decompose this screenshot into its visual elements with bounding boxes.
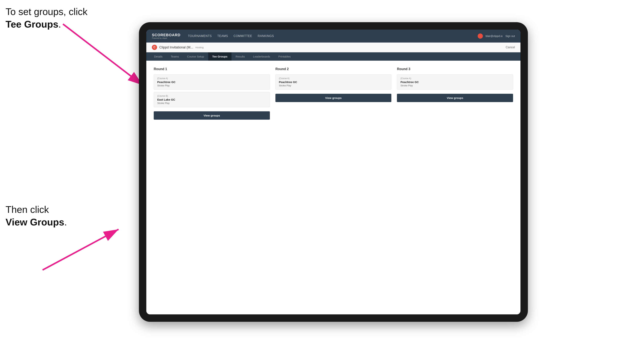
tab-course-setup[interactable]: Course Setup	[183, 52, 208, 61]
instruction-top-bold: Tee Groups	[6, 19, 58, 30]
round-1-column: Round 1 (Course A) Peachtree GC Stroke P…	[154, 67, 270, 120]
rounds-container: Round 1 (Course A) Peachtree GC Stroke P…	[154, 67, 513, 120]
round-3-course-a-label: (Course A)	[400, 77, 510, 80]
round-1-course-a-label: (Course A)	[157, 77, 266, 80]
svg-line-3	[42, 229, 118, 270]
user-email: blair@clippd.io	[486, 35, 503, 37]
logo-sub: Powered by clippd	[152, 37, 180, 39]
round-2-course-a-name: Peachtree GC	[279, 80, 388, 84]
round-1-course-b-format: Stroke Play	[157, 102, 266, 105]
round-1-course-b-card: (Course B) East Lake GC Stroke Play	[154, 92, 270, 107]
round-1-course-b-label: (Course B)	[157, 95, 266, 97]
nav-links: TOURNAMENTS TEAMS COMMITTEE RANKINGS	[188, 34, 478, 38]
instruction-bottom-bold: View Groups	[6, 217, 64, 227]
tournament-title: C Clippd Invitational (M... Hosting	[152, 45, 204, 50]
tab-details[interactable]: Details	[150, 52, 167, 61]
logo-area: SCOREBOARD Powered by clippd	[152, 33, 180, 39]
nav-teams[interactable]: TEAMS	[217, 34, 228, 38]
nav-bar: SCOREBOARD Powered by clippd TOURNAMENTS…	[146, 30, 520, 42]
round-3-view-groups-button[interactable]: View groups	[397, 94, 513, 102]
round-2-course-a-format: Stroke Play	[279, 84, 388, 87]
round-3-course-a-card: (Course A) Peachtree GC Stroke Play	[397, 74, 513, 90]
round-3-column: Round 3 (Course A) Peachtree GC Stroke P…	[397, 67, 513, 120]
round-2-course-a-label: (Course A)	[279, 77, 388, 80]
logo-scoreboard: SCOREBOARD	[152, 33, 180, 37]
tab-bar: Details Teams Course Setup Tee Groups Re…	[146, 52, 520, 61]
svg-line-1	[63, 24, 142, 85]
main-content: Round 1 (Course A) Peachtree GC Stroke P…	[146, 61, 520, 314]
clippd-logo: C	[152, 45, 157, 50]
nav-committee[interactable]: COMMITTEE	[234, 34, 252, 38]
instruction-bottom: Then click View Groups.	[6, 203, 67, 228]
round-1-course-a-name: Peachtree GC	[157, 80, 266, 84]
user-avatar	[478, 33, 483, 39]
nav-right: blair@clippd.io Sign out	[478, 33, 515, 39]
round-2-title: Round 2	[276, 67, 392, 71]
nav-tournaments[interactable]: TOURNAMENTS	[188, 34, 212, 38]
instruction-bottom-period: .	[64, 217, 67, 227]
sign-out-link[interactable]: Sign out	[506, 35, 515, 37]
round-2-view-groups-button[interactable]: View groups	[276, 94, 392, 102]
nav-rankings[interactable]: RANKINGS	[258, 34, 274, 38]
instruction-top-period: .	[58, 19, 61, 30]
instruction-top: To set groups, click Tee Groups.	[6, 5, 88, 30]
logo-text: SCOREBOARD	[152, 33, 180, 37]
tablet-device: SCOREBOARD Powered by clippd TOURNAMENTS…	[139, 22, 528, 322]
tablet-screen: SCOREBOARD Powered by clippd TOURNAMENTS…	[146, 30, 520, 314]
round-1-course-b-name: East Lake GC	[157, 98, 266, 101]
cancel-button[interactable]: Cancel	[506, 46, 515, 49]
round-2-column: Round 2 (Course A) Peachtree GC Stroke P…	[276, 67, 392, 120]
tab-tee-groups[interactable]: Tee Groups	[208, 52, 232, 61]
round-1-course-a-card: (Course A) Peachtree GC Stroke Play	[154, 74, 270, 90]
tab-results[interactable]: Results	[232, 52, 249, 61]
round-3-course-a-name: Peachtree GC	[400, 80, 510, 84]
tab-printables[interactable]: Printables	[274, 52, 295, 61]
round-1-course-a-format: Stroke Play	[157, 84, 266, 87]
round-3-title: Round 3	[397, 67, 513, 71]
round-1-view-groups-button[interactable]: View groups	[154, 111, 270, 120]
instruction-bottom-line1: Then click	[6, 204, 49, 215]
round-3-course-a-format: Stroke Play	[400, 84, 510, 87]
tab-leaderboards[interactable]: Leaderboards	[249, 52, 274, 61]
instruction-top-line1: To set groups, click	[6, 6, 88, 17]
sub-header: C Clippd Invitational (M... Hosting Canc…	[146, 42, 520, 52]
hosting-badge: Hosting	[196, 46, 204, 49]
tab-teams[interactable]: Teams	[167, 52, 183, 61]
tournament-name: Clippd Invitational (M...	[159, 45, 193, 49]
round-1-title: Round 1	[154, 67, 270, 71]
round-2-course-a-card: (Course A) Peachtree GC Stroke Play	[276, 74, 392, 90]
